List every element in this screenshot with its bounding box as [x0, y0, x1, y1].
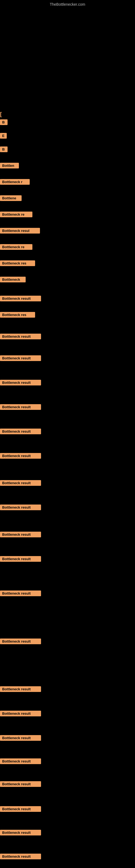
bottleneck-label-19: Bottleneck result	[0, 453, 41, 459]
bottleneck-label-7: Bottleneck re	[0, 212, 32, 217]
bottleneck-label-18: Bottleneck result	[0, 429, 41, 434]
bottleneck-label-10: Bottleneck res	[0, 260, 35, 266]
bottleneck-label-2: E	[0, 133, 7, 138]
bottleneck-label-25: Bottleneck result	[0, 639, 41, 644]
bottleneck-label-24: Bottleneck result	[0, 590, 41, 596]
bottleneck-label-8: Bottleneck resul	[0, 228, 40, 234]
bottleneck-label-33: Bottleneck result	[0, 854, 41, 859]
site-title: TheBottlenecker.com	[50, 2, 85, 6]
bottleneck-label-30: Bottleneck result	[0, 781, 41, 787]
bottleneck-label-32: Bottleneck result	[0, 830, 41, 835]
bottleneck-label-29: Bottleneck result	[0, 758, 41, 764]
bottleneck-label-28: Bottleneck result	[0, 735, 41, 741]
bottleneck-label-15: Bottleneck result	[0, 355, 41, 361]
bottleneck-label-9: Bottleneck re	[0, 244, 32, 250]
bottleneck-label-22: Bottleneck result	[0, 532, 41, 537]
bottleneck-label-1: B	[0, 119, 8, 125]
bottleneck-label-21: Bottleneck result	[0, 504, 41, 510]
bottleneck-label-16: Bottleneck result	[0, 380, 41, 385]
bottleneck-label-27: Bottleneck result	[0, 711, 41, 716]
bottleneck-label-6: Bottlene	[0, 195, 21, 201]
section-marker: [	[0, 111, 2, 118]
bottleneck-label-20: Bottleneck result	[0, 480, 41, 486]
bottleneck-label-13: Bottleneck res	[0, 312, 35, 318]
bottleneck-label-3: B	[0, 147, 8, 152]
bottleneck-label-14: Bottleneck result	[0, 334, 41, 339]
bottleneck-label-31: Bottleneck result	[0, 806, 41, 812]
bottleneck-label-12: Bottleneck result	[0, 296, 41, 301]
bottleneck-label-11: Bottleneck	[0, 277, 26, 282]
bottleneck-label-17: Bottleneck result	[0, 404, 41, 410]
bottleneck-label-26: Bottleneck result	[0, 686, 41, 692]
bottleneck-label-5: Bottleneck r	[0, 179, 30, 185]
bottleneck-label-23: Bottleneck result	[0, 556, 41, 562]
bottleneck-label-4: Bottlen	[0, 163, 19, 168]
